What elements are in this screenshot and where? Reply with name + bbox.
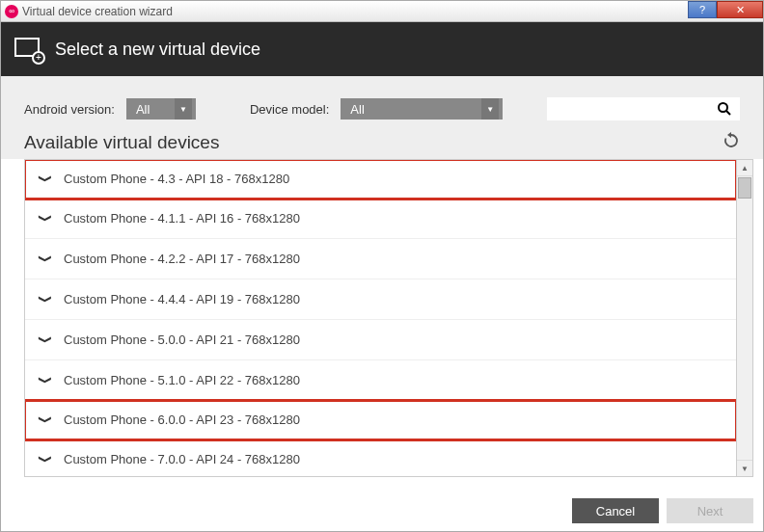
device-list-container: ❯Custom Phone - 4.3 - API 18 - 768x1280❯… (24, 159, 753, 477)
chevron-down-icon: ❯ (39, 332, 53, 346)
device-label: Custom Phone - 5.1.0 - API 22 - 768x1280 (64, 373, 300, 387)
window-titlebar: ∞ Virtual device creation wizard ? ✕ (1, 1, 763, 22)
device-model-dropdown[interactable]: All ▼ (341, 98, 503, 120)
window-title: Virtual device creation wizard (22, 5, 173, 18)
chevron-down-icon: ▼ (481, 98, 499, 120)
filter-bar: Android version: All ▼ Device model: All… (1, 76, 763, 132)
device-row[interactable]: ❯Custom Phone - 5.1.0 - API 22 - 768x128… (25, 360, 736, 401)
scroll-down-icon[interactable]: ▼ (737, 460, 752, 476)
device-label: Custom Phone - 4.4.4 - API 19 - 768x1280 (64, 292, 300, 306)
chevron-down-icon: ❯ (39, 412, 53, 426)
device-row[interactable]: ❯Custom Phone - 7.0.0 - API 24 - 768x128… (25, 439, 736, 477)
app-icon: ∞ (5, 5, 18, 18)
section-header: Available virtual devices (1, 132, 763, 159)
device-label: Custom Phone - 7.0.0 - API 24 - 768x1280 (64, 452, 300, 466)
scrollbar-thumb[interactable] (738, 177, 751, 199)
device-model-value: All (350, 102, 364, 117)
android-version-dropdown[interactable]: All ▼ (126, 98, 196, 120)
wizard-footer: Cancel Next (572, 498, 753, 523)
device-label: Custom Phone - 4.3 - API 18 - 768x1280 (64, 172, 289, 186)
next-button: Next (667, 498, 753, 523)
device-label: Custom Phone - 5.0.0 - API 21 - 768x1280 (64, 332, 300, 347)
device-row[interactable]: ❯Custom Phone - 4.4.4 - API 19 - 768x128… (25, 279, 736, 320)
device-add-icon: + (14, 38, 41, 61)
device-model-label: Device model: (250, 102, 329, 117)
device-label: Custom Phone - 4.1.1 - API 16 - 768x1280 (64, 211, 300, 226)
chevron-down-icon: ❯ (39, 172, 53, 185)
device-row[interactable]: ❯Custom Phone - 4.3 - API 18 - 768x1280 (25, 160, 736, 199)
android-version-value: All (136, 102, 150, 117)
svg-point-0 (719, 103, 727, 112)
device-label: Custom Phone - 6.0.0 - API 23 - 768x1280 (64, 412, 300, 427)
chevron-down-icon: ▼ (175, 98, 192, 120)
refresh-icon (723, 132, 740, 149)
device-row[interactable]: ❯Custom Phone - 5.0.0 - API 21 - 768x128… (25, 320, 736, 360)
device-label: Custom Phone - 4.2.2 - API 17 - 768x1280 (64, 252, 300, 266)
chevron-down-icon: ❯ (39, 452, 53, 466)
device-row[interactable]: ❯Custom Phone - 4.1.1 - API 16 - 768x128… (25, 199, 736, 239)
search-icon (717, 101, 732, 117)
scroll-up-icon[interactable]: ▲ (737, 160, 752, 176)
wizard-header: + Select a new virtual device (1, 22, 763, 76)
device-row[interactable]: ❯Custom Phone - 4.2.2 - API 17 - 768x128… (25, 239, 736, 279)
section-title: Available virtual devices (24, 132, 219, 153)
chevron-down-icon: ❯ (39, 292, 53, 306)
chevron-down-icon: ❯ (39, 252, 53, 265)
window-help-button[interactable]: ? (688, 1, 717, 18)
refresh-button[interactable] (723, 132, 740, 153)
wizard-title: Select a new virtual device (55, 40, 260, 60)
chevron-down-icon: ❯ (39, 373, 53, 386)
device-list: ❯Custom Phone - 4.3 - API 18 - 768x1280❯… (24, 159, 737, 477)
cancel-button[interactable]: Cancel (572, 498, 659, 523)
search-input[interactable] (547, 97, 740, 120)
device-row[interactable]: ❯Custom Phone - 6.0.0 - API 23 - 768x128… (25, 401, 736, 439)
chevron-down-icon: ❯ (39, 211, 53, 225)
vertical-scrollbar[interactable]: ▲ ▼ (737, 159, 753, 477)
android-version-label: Android version: (24, 102, 115, 117)
svg-line-1 (726, 111, 730, 115)
window-close-button[interactable]: ✕ (717, 1, 763, 18)
